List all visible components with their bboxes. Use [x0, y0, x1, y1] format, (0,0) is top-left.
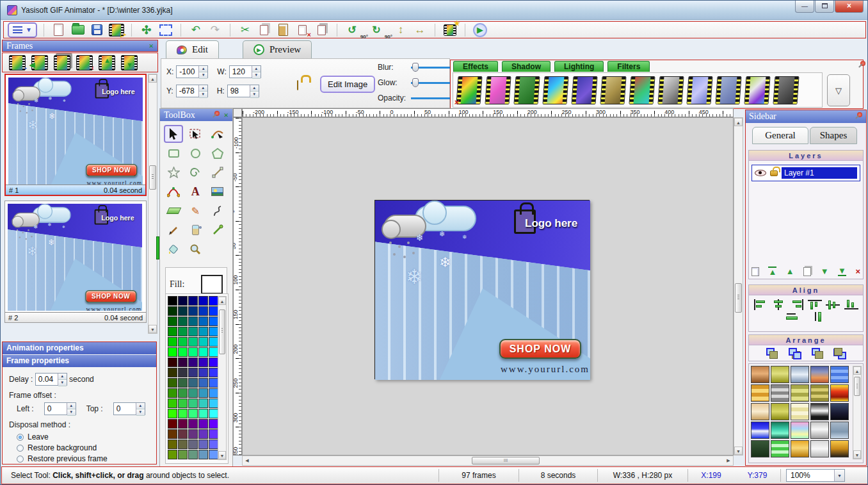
- tab-edit[interactable]: Edit: [166, 40, 219, 58]
- palette-scrollbar[interactable]: ▲ ▼: [218, 296, 227, 460]
- layer-name[interactable]: Layer #1: [782, 167, 857, 179]
- palette-swatch[interactable]: [198, 337, 208, 347]
- tab-shadow[interactable]: Shadow: [502, 61, 551, 72]
- palette-swatch[interactable]: [209, 419, 218, 429]
- palette-swatch[interactable]: [178, 327, 188, 336]
- gradient-swatch[interactable]: [810, 403, 829, 420]
- duplicate-layer-button[interactable]: [803, 267, 811, 276]
- canvas-viewport[interactable]: ❄ ❄ ❄ ❄ ❄ Logo here SHOP NOW www.yoururl…: [242, 117, 734, 456]
- palette-swatch[interactable]: [168, 358, 177, 367]
- palette-swatch[interactable]: [178, 296, 188, 306]
- effect-vivid[interactable]: [629, 76, 655, 104]
- delete-frame-button[interactable]: ×: [76, 55, 93, 70]
- palette-swatch[interactable]: [209, 440, 218, 449]
- save-button[interactable]: [89, 22, 106, 38]
- palette-swatch[interactable]: [168, 306, 177, 316]
- paste-button[interactable]: [275, 22, 292, 38]
- gradient-swatch[interactable]: [810, 422, 829, 439]
- transform-tool[interactable]: [186, 125, 205, 143]
- main-menu-button[interactable]: ▼: [8, 22, 37, 38]
- palette-swatch[interactable]: [168, 409, 177, 418]
- palette-swatch[interactable]: [198, 378, 208, 388]
- gradient-swatch[interactable]: [771, 403, 789, 420]
- add-frame-button[interactable]: +: [9, 55, 26, 70]
- layer-to-bottom-button[interactable]: ▼: [838, 267, 846, 276]
- palette-swatch[interactable]: [198, 399, 208, 408]
- move-frame-down-button[interactable]: ▼: [121, 55, 138, 70]
- palette-swatch[interactable]: [209, 368, 218, 377]
- brush-tool[interactable]: [164, 221, 183, 239]
- pencil-tool[interactable]: ✎: [186, 202, 205, 220]
- effect-multi[interactable]: [744, 76, 770, 104]
- palette-swatch[interactable]: [168, 296, 177, 306]
- palette-swatch[interactable]: [188, 347, 198, 357]
- play-button[interactable]: ▶: [472, 22, 488, 38]
- effects-expand-button[interactable]: ▽: [827, 74, 850, 106]
- canvas-document[interactable]: ❄ ❄ ❄ ❄ ❄ Logo here SHOP NOW www.yoururl…: [374, 200, 590, 379]
- align-left-button[interactable]: [753, 299, 768, 310]
- palette-swatch[interactable]: [178, 358, 188, 367]
- gradient-swatch[interactable]: [830, 422, 849, 439]
- flip-vertical-button[interactable]: ↕: [392, 22, 409, 38]
- redo-button[interactable]: ↷: [207, 22, 223, 38]
- palette-swatch[interactable]: [209, 316, 218, 326]
- gradient-swatch[interactable]: [791, 366, 809, 383]
- x-spinner[interactable]: -100▲▼: [176, 65, 208, 78]
- node-edit-tool[interactable]: [208, 125, 227, 143]
- delete-layer-button[interactable]: ×: [855, 267, 860, 275]
- frame-thumbnail-2[interactable]: ❄ ❄ ❄ ❄ ❄ Logo here SHOP NOW www.yoururl…: [4, 201, 147, 323]
- open-button[interactable]: [70, 22, 86, 38]
- bring-to-front-button[interactable]: [765, 348, 779, 359]
- tab-effects[interactable]: Effects: [453, 61, 498, 72]
- tab-preview[interactable]: ▶ Preview: [243, 40, 312, 58]
- palette-swatch[interactable]: [178, 419, 188, 429]
- delete-button[interactable]: ×: [294, 22, 311, 38]
- palette-swatch[interactable]: [168, 337, 177, 347]
- palette-swatch[interactable]: [188, 306, 198, 316]
- palette-swatch[interactable]: [168, 388, 177, 398]
- effect-pink[interactable]: [485, 76, 511, 104]
- send-to-back-button[interactable]: [833, 348, 847, 359]
- palette-swatch[interactable]: [188, 440, 198, 449]
- gradient-swatch[interactable]: [830, 403, 849, 420]
- layer-lock-icon[interactable]: [770, 170, 778, 176]
- palette-swatch[interactable]: [178, 388, 188, 398]
- palette-swatch[interactable]: [168, 429, 177, 439]
- tab-lighting[interactable]: Lighting: [554, 61, 604, 72]
- palette-swatch[interactable]: [209, 378, 218, 388]
- radio-restore-previous[interactable]: Restore previous frame: [17, 454, 150, 464]
- palette-swatch[interactable]: [188, 358, 198, 367]
- rectangle-tool[interactable]: [164, 144, 183, 162]
- effect-purple[interactable]: [571, 76, 597, 104]
- effect-dark[interactable]: [773, 76, 799, 104]
- undo-button[interactable]: ↶: [188, 22, 204, 38]
- move-frame-up-button[interactable]: ▲: [99, 55, 115, 70]
- gradient-swatch[interactable]: [771, 366, 789, 383]
- duplicate-frame-button[interactable]: [54, 55, 70, 70]
- frame-properties-header[interactable]: Frame properties: [3, 355, 156, 367]
- gradient-swatch[interactable]: [810, 384, 829, 402]
- close-icon[interactable]: ×: [224, 110, 229, 120]
- palette-swatch[interactable]: [198, 419, 208, 429]
- gradient-swatch[interactable]: [751, 422, 769, 439]
- palette-swatch[interactable]: [198, 409, 208, 418]
- palette-swatch[interactable]: [198, 388, 208, 398]
- palette-swatch[interactable]: [198, 306, 208, 316]
- frame-thumbnail-1[interactable]: ❄ ❄ ❄ ❄ ❄ Logo here SHOP NOW www.yoururl…: [4, 74, 147, 196]
- new-document-button[interactable]: [51, 22, 67, 38]
- flip-horizontal-button[interactable]: ↔: [412, 22, 428, 38]
- palette-swatch[interactable]: [209, 429, 218, 439]
- maximize-button[interactable]: [815, 1, 834, 13]
- palette-swatch[interactable]: [198, 316, 208, 326]
- gradient-swatch[interactable]: [791, 384, 809, 402]
- freehand-tool[interactable]: [208, 202, 227, 220]
- align-middle-v-button[interactable]: [826, 299, 840, 310]
- palette-swatch[interactable]: [188, 429, 198, 439]
- effects-wizard-button[interactable]: ★: [442, 22, 458, 38]
- effect-grayscale[interactable]: [657, 76, 684, 104]
- layer-to-top-button[interactable]: ▲: [768, 267, 776, 276]
- banner[interactable]: ❄ ❄ ❄ ❄ ❄ Logo here SHOP NOW www.yoururl…: [375, 201, 590, 380]
- radio-restore-background[interactable]: Restore background: [17, 443, 150, 454]
- palette-swatch[interactable]: [168, 347, 177, 357]
- gradient-swatch[interactable]: [810, 440, 829, 457]
